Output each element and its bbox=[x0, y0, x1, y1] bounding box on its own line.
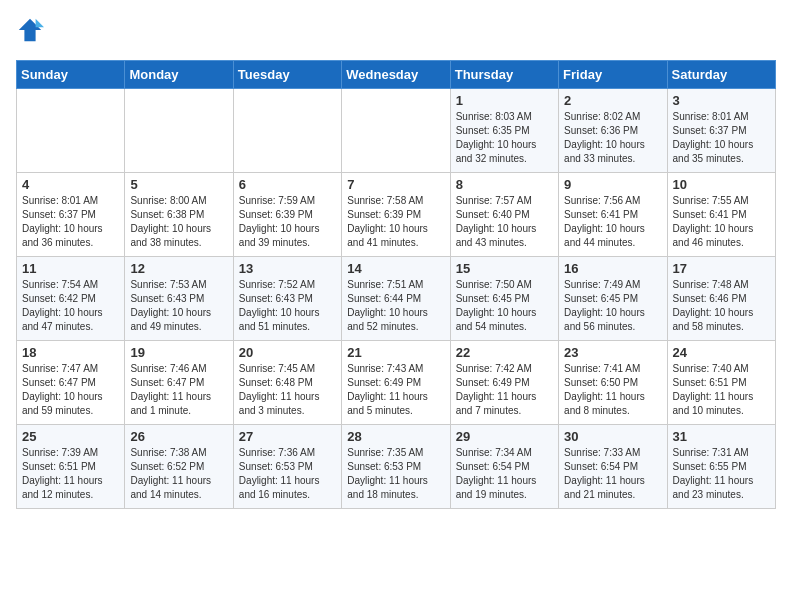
day-number: 18 bbox=[22, 345, 119, 360]
calendar-cell: 27Sunrise: 7:36 AM Sunset: 6:53 PM Dayli… bbox=[233, 425, 341, 509]
day-number: 15 bbox=[456, 261, 553, 276]
day-number: 24 bbox=[673, 345, 770, 360]
svg-marker-1 bbox=[36, 19, 44, 27]
calendar-cell: 7Sunrise: 7:58 AM Sunset: 6:39 PM Daylig… bbox=[342, 173, 450, 257]
day-info: Sunrise: 8:01 AM Sunset: 6:37 PM Dayligh… bbox=[22, 194, 119, 250]
day-info: Sunrise: 7:38 AM Sunset: 6:52 PM Dayligh… bbox=[130, 446, 227, 502]
day-number: 28 bbox=[347, 429, 444, 444]
day-number: 10 bbox=[673, 177, 770, 192]
day-info: Sunrise: 7:31 AM Sunset: 6:55 PM Dayligh… bbox=[673, 446, 770, 502]
day-info: Sunrise: 8:01 AM Sunset: 6:37 PM Dayligh… bbox=[673, 110, 770, 166]
day-number: 12 bbox=[130, 261, 227, 276]
day-info: Sunrise: 7:35 AM Sunset: 6:53 PM Dayligh… bbox=[347, 446, 444, 502]
calendar-cell: 2Sunrise: 8:02 AM Sunset: 6:36 PM Daylig… bbox=[559, 89, 667, 173]
day-number: 31 bbox=[673, 429, 770, 444]
day-info: Sunrise: 8:02 AM Sunset: 6:36 PM Dayligh… bbox=[564, 110, 661, 166]
header-day-monday: Monday bbox=[125, 61, 233, 89]
day-info: Sunrise: 7:36 AM Sunset: 6:53 PM Dayligh… bbox=[239, 446, 336, 502]
day-info: Sunrise: 7:50 AM Sunset: 6:45 PM Dayligh… bbox=[456, 278, 553, 334]
day-number: 16 bbox=[564, 261, 661, 276]
day-info: Sunrise: 7:49 AM Sunset: 6:45 PM Dayligh… bbox=[564, 278, 661, 334]
day-number: 14 bbox=[347, 261, 444, 276]
day-info: Sunrise: 7:55 AM Sunset: 6:41 PM Dayligh… bbox=[673, 194, 770, 250]
calendar-cell bbox=[342, 89, 450, 173]
day-number: 4 bbox=[22, 177, 119, 192]
day-info: Sunrise: 7:33 AM Sunset: 6:54 PM Dayligh… bbox=[564, 446, 661, 502]
day-info: Sunrise: 7:52 AM Sunset: 6:43 PM Dayligh… bbox=[239, 278, 336, 334]
day-number: 11 bbox=[22, 261, 119, 276]
header-day-thursday: Thursday bbox=[450, 61, 558, 89]
calendar-cell: 31Sunrise: 7:31 AM Sunset: 6:55 PM Dayli… bbox=[667, 425, 775, 509]
calendar-cell: 18Sunrise: 7:47 AM Sunset: 6:47 PM Dayli… bbox=[17, 341, 125, 425]
day-info: Sunrise: 8:00 AM Sunset: 6:38 PM Dayligh… bbox=[130, 194, 227, 250]
calendar-cell: 22Sunrise: 7:42 AM Sunset: 6:49 PM Dayli… bbox=[450, 341, 558, 425]
day-info: Sunrise: 7:56 AM Sunset: 6:41 PM Dayligh… bbox=[564, 194, 661, 250]
calendar-cell: 15Sunrise: 7:50 AM Sunset: 6:45 PM Dayli… bbox=[450, 257, 558, 341]
calendar-cell: 5Sunrise: 8:00 AM Sunset: 6:38 PM Daylig… bbox=[125, 173, 233, 257]
day-number: 7 bbox=[347, 177, 444, 192]
calendar-week-row: 18Sunrise: 7:47 AM Sunset: 6:47 PM Dayli… bbox=[17, 341, 776, 425]
calendar-cell: 21Sunrise: 7:43 AM Sunset: 6:49 PM Dayli… bbox=[342, 341, 450, 425]
calendar-cell: 30Sunrise: 7:33 AM Sunset: 6:54 PM Dayli… bbox=[559, 425, 667, 509]
day-number: 9 bbox=[564, 177, 661, 192]
day-info: Sunrise: 7:53 AM Sunset: 6:43 PM Dayligh… bbox=[130, 278, 227, 334]
day-info: Sunrise: 7:41 AM Sunset: 6:50 PM Dayligh… bbox=[564, 362, 661, 418]
day-info: Sunrise: 7:59 AM Sunset: 6:39 PM Dayligh… bbox=[239, 194, 336, 250]
calendar-cell: 28Sunrise: 7:35 AM Sunset: 6:53 PM Dayli… bbox=[342, 425, 450, 509]
header-day-tuesday: Tuesday bbox=[233, 61, 341, 89]
day-info: Sunrise: 7:45 AM Sunset: 6:48 PM Dayligh… bbox=[239, 362, 336, 418]
calendar-cell: 4Sunrise: 8:01 AM Sunset: 6:37 PM Daylig… bbox=[17, 173, 125, 257]
day-number: 22 bbox=[456, 345, 553, 360]
calendar-week-row: 1Sunrise: 8:03 AM Sunset: 6:35 PM Daylig… bbox=[17, 89, 776, 173]
day-number: 19 bbox=[130, 345, 227, 360]
calendar-cell: 24Sunrise: 7:40 AM Sunset: 6:51 PM Dayli… bbox=[667, 341, 775, 425]
day-info: Sunrise: 7:34 AM Sunset: 6:54 PM Dayligh… bbox=[456, 446, 553, 502]
calendar-cell: 6Sunrise: 7:59 AM Sunset: 6:39 PM Daylig… bbox=[233, 173, 341, 257]
day-info: Sunrise: 7:57 AM Sunset: 6:40 PM Dayligh… bbox=[456, 194, 553, 250]
day-number: 27 bbox=[239, 429, 336, 444]
day-info: Sunrise: 8:03 AM Sunset: 6:35 PM Dayligh… bbox=[456, 110, 553, 166]
day-info: Sunrise: 7:48 AM Sunset: 6:46 PM Dayligh… bbox=[673, 278, 770, 334]
calendar-cell: 25Sunrise: 7:39 AM Sunset: 6:51 PM Dayli… bbox=[17, 425, 125, 509]
day-info: Sunrise: 7:39 AM Sunset: 6:51 PM Dayligh… bbox=[22, 446, 119, 502]
day-number: 26 bbox=[130, 429, 227, 444]
day-number: 23 bbox=[564, 345, 661, 360]
day-number: 2 bbox=[564, 93, 661, 108]
header-day-saturday: Saturday bbox=[667, 61, 775, 89]
header-day-friday: Friday bbox=[559, 61, 667, 89]
calendar-week-row: 4Sunrise: 8:01 AM Sunset: 6:37 PM Daylig… bbox=[17, 173, 776, 257]
calendar-cell: 9Sunrise: 7:56 AM Sunset: 6:41 PM Daylig… bbox=[559, 173, 667, 257]
calendar-cell: 1Sunrise: 8:03 AM Sunset: 6:35 PM Daylig… bbox=[450, 89, 558, 173]
day-number: 8 bbox=[456, 177, 553, 192]
day-number: 20 bbox=[239, 345, 336, 360]
calendar-cell: 16Sunrise: 7:49 AM Sunset: 6:45 PM Dayli… bbox=[559, 257, 667, 341]
calendar-cell: 19Sunrise: 7:46 AM Sunset: 6:47 PM Dayli… bbox=[125, 341, 233, 425]
day-info: Sunrise: 7:43 AM Sunset: 6:49 PM Dayligh… bbox=[347, 362, 444, 418]
day-number: 21 bbox=[347, 345, 444, 360]
day-info: Sunrise: 7:47 AM Sunset: 6:47 PM Dayligh… bbox=[22, 362, 119, 418]
calendar-cell bbox=[125, 89, 233, 173]
day-info: Sunrise: 7:54 AM Sunset: 6:42 PM Dayligh… bbox=[22, 278, 119, 334]
calendar-cell bbox=[17, 89, 125, 173]
calendar-cell: 17Sunrise: 7:48 AM Sunset: 6:46 PM Dayli… bbox=[667, 257, 775, 341]
calendar-cell: 23Sunrise: 7:41 AM Sunset: 6:50 PM Dayli… bbox=[559, 341, 667, 425]
day-info: Sunrise: 7:51 AM Sunset: 6:44 PM Dayligh… bbox=[347, 278, 444, 334]
day-info: Sunrise: 7:42 AM Sunset: 6:49 PM Dayligh… bbox=[456, 362, 553, 418]
calendar-cell: 11Sunrise: 7:54 AM Sunset: 6:42 PM Dayli… bbox=[17, 257, 125, 341]
calendar-week-row: 25Sunrise: 7:39 AM Sunset: 6:51 PM Dayli… bbox=[17, 425, 776, 509]
calendar-cell: 3Sunrise: 8:01 AM Sunset: 6:37 PM Daylig… bbox=[667, 89, 775, 173]
day-number: 13 bbox=[239, 261, 336, 276]
day-number: 17 bbox=[673, 261, 770, 276]
logo bbox=[16, 16, 48, 44]
calendar-header-row: SundayMondayTuesdayWednesdayThursdayFrid… bbox=[17, 61, 776, 89]
day-number: 30 bbox=[564, 429, 661, 444]
calendar-table: SundayMondayTuesdayWednesdayThursdayFrid… bbox=[16, 60, 776, 509]
day-number: 25 bbox=[22, 429, 119, 444]
header bbox=[16, 16, 776, 44]
calendar-cell: 26Sunrise: 7:38 AM Sunset: 6:52 PM Dayli… bbox=[125, 425, 233, 509]
calendar-cell: 10Sunrise: 7:55 AM Sunset: 6:41 PM Dayli… bbox=[667, 173, 775, 257]
calendar-cell: 29Sunrise: 7:34 AM Sunset: 6:54 PM Dayli… bbox=[450, 425, 558, 509]
day-info: Sunrise: 7:58 AM Sunset: 6:39 PM Dayligh… bbox=[347, 194, 444, 250]
day-info: Sunrise: 7:46 AM Sunset: 6:47 PM Dayligh… bbox=[130, 362, 227, 418]
day-number: 6 bbox=[239, 177, 336, 192]
